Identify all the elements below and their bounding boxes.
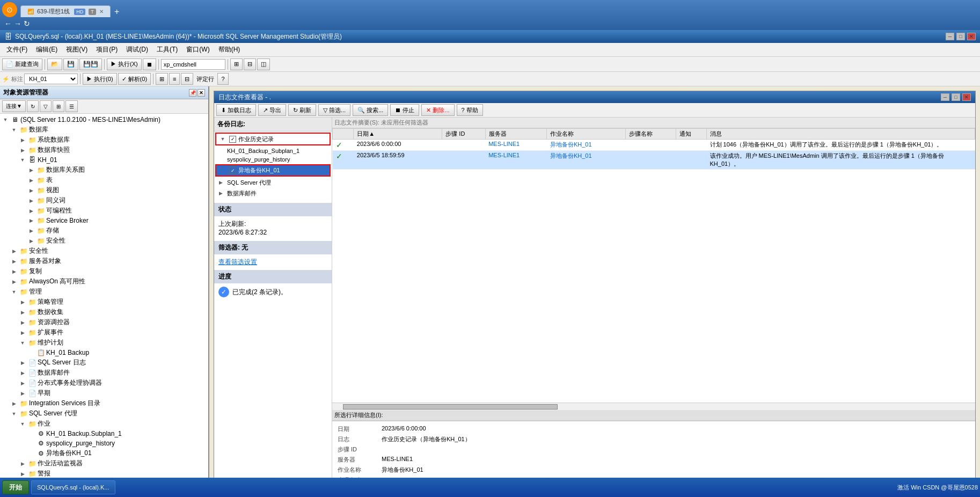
tree-job-remote-backup[interactable]: ⚙ 异地备份KH_01 (1, 448, 207, 458)
tree-programmability[interactable]: ▶ 📁 可编程性 (1, 206, 207, 216)
tree-storage[interactable]: ▶ 📁 存储 (1, 225, 207, 236)
query-input[interactable] (161, 59, 225, 70)
menu-debug[interactable]: 调试(D) (122, 44, 152, 55)
start-button[interactable]: 开始 (2, 480, 29, 494)
tree-root[interactable]: ▼ 🖥 (SQL Server 11.0.2100 - MES-LINE1\Me… (1, 115, 207, 125)
connect-btn[interactable]: 连接▼ (2, 100, 26, 112)
maximize-button[interactable]: □ (956, 33, 965, 40)
search-log-btn[interactable]: 🔍 搜索... (353, 104, 388, 116)
tree-legacy[interactable]: ▶ 📄 早期 (1, 388, 207, 398)
tree-databases[interactable]: ▼ 📁 数据库 (1, 125, 207, 135)
table-btn[interactable]: ⊞ (156, 73, 168, 85)
text-btn[interactable]: ≡ (169, 73, 180, 85)
tree-server-objects[interactable]: ▶ 📁 服务器对象 (1, 256, 207, 266)
execute-btn[interactable]: ▶ 执行(X) (107, 59, 142, 70)
menu-file[interactable]: 文件(F) (2, 44, 32, 55)
filter-log-btn[interactable]: ▽ 筛选... (318, 104, 350, 116)
sidebar-item-syspolicy[interactable]: syspolicy_purge_history (214, 155, 332, 164)
menu-view[interactable]: 视图(V) (62, 44, 92, 55)
help-log-btn[interactable]: ? 帮助 (457, 104, 483, 116)
col-message[interactable]: 消息 (707, 129, 975, 140)
tree-data-collection[interactable]: ▶ 📁 数据收集 (1, 307, 207, 317)
col-step-name[interactable]: 步骤名称 (626, 129, 676, 140)
new-query-btn[interactable]: 📄 新建查询 (2, 59, 42, 70)
menu-edit[interactable]: 编辑(E) (32, 44, 62, 55)
table-row[interactable]: ✓ 2023/6/6 0:00:00 MES-LINE1 异地备份KH_0 (333, 140, 975, 151)
h-scrollbar[interactable] (332, 403, 975, 410)
log-maximize-btn[interactable]: □ (952, 93, 960, 101)
tree-sql-log[interactable]: ▶ 📄 SQL Server 日志 (1, 357, 207, 368)
tree-service-broker[interactable]: ▶ 📁 Service Broker (1, 216, 207, 225)
job-history-checkbox[interactable]: ✓ (229, 136, 236, 143)
save-btn[interactable]: 💾 (63, 59, 78, 70)
tree-maintenance[interactable]: ▼ 📁 维护计划 (1, 338, 207, 348)
help-btn-2[interactable]: ? (217, 73, 228, 85)
save-all-btn[interactable]: 💾💾 (79, 59, 102, 70)
grid-btn[interactable]: ⊟ (181, 73, 193, 85)
col-job-name[interactable]: 作业名称 (547, 129, 626, 140)
toolbar-btn-1[interactable]: ⊞ (230, 59, 243, 70)
minimize-button[interactable]: ─ (946, 33, 954, 40)
tree-policy[interactable]: ▶ 📁 策略管理 (1, 297, 207, 307)
menu-project[interactable]: 项目(P) (92, 44, 122, 55)
nav-back[interactable]: ← (4, 19, 12, 28)
tab-close-button[interactable]: ✕ (99, 9, 104, 14)
log-minimize-btn[interactable]: ─ (941, 93, 949, 101)
new-tab-button[interactable]: + (112, 6, 122, 17)
tree-diagrams[interactable]: ▶ 📁 数据库关系图 (1, 165, 207, 175)
tree-sql-agent[interactable]: ▼ 📁 SQL Server 代理 (1, 408, 207, 419)
server-link-1[interactable]: MES-LINE1 (488, 141, 520, 147)
tree-alwayson[interactable]: ▶ 📁 AlwaysOn 高可用性 (1, 276, 207, 287)
tree-snapshots[interactable]: ▶ 📁 数据库快照 (1, 145, 207, 155)
log-close-btn[interactable]: ✕ (962, 93, 971, 101)
tree-kh01-backup[interactable]: 📋 KH_01 Backup (1, 348, 207, 357)
active-browser-tab[interactable]: 📶 639-理想1线 HD T ✕ (20, 5, 111, 17)
open-btn[interactable]: 📂 (47, 59, 62, 70)
tree-views[interactable]: ▶ 📁 视图 (1, 185, 207, 195)
tree-security[interactable]: ▶ 📁 安全性 (1, 246, 207, 256)
tree-kh01[interactable]: ▼ 🗄 KH_01 (1, 155, 207, 165)
tree-synonyms[interactable]: ▶ 📁 同义词 (1, 195, 207, 206)
menu-window[interactable]: 窗口(W) (182, 44, 214, 55)
tree-resource-governor[interactable]: ▶ 📁 资源调控器 (1, 317, 207, 327)
tree-job-activity[interactable]: ▶ 📁 作业活动监视器 (1, 458, 207, 469)
tree-tables[interactable]: ▶ 📁 表 (1, 175, 207, 185)
delete-log-btn[interactable]: ✕ 删除... (421, 104, 454, 116)
table-row[interactable]: ✓ 2023/6/5 18:59:59 MES-LINE1 异地备份KH_ (333, 151, 975, 170)
close-button[interactable]: ✕ (967, 33, 976, 40)
tree-db-mail[interactable]: ▶ 📄 数据库邮件 (1, 368, 207, 378)
sidebar-item-db-mail[interactable]: ▶ 数据库邮件 (214, 188, 332, 199)
stop-log-btn[interactable]: ⏹ 停止 (390, 104, 419, 116)
sync-btn[interactable]: ⊞ (53, 100, 64, 112)
tree-job-kh01backup[interactable]: ⚙ KH_01 Backup.Subplan_1 (1, 429, 207, 438)
taskbar-item-ssms[interactable]: SQLQuery5.sql - (local).K... (31, 480, 115, 494)
sidebar-item-job-history[interactable]: ▼ ✓ 作业历史记录 (215, 133, 331, 145)
tree-jobs[interactable]: ▼ 📁 作业 (1, 419, 207, 429)
job-name-link-1[interactable]: 异地备份KH_01 (550, 141, 592, 148)
tree-ext-events[interactable]: ▶ 📁 扩展事件 (1, 327, 207, 338)
stop-btn[interactable]: ⏹ (143, 59, 156, 70)
refresh-log-btn[interactable]: ↻ 刷新 (288, 104, 316, 116)
tree-management[interactable]: ▼ 📁 管理 (1, 287, 207, 297)
col-date[interactable]: 日期▲ (354, 129, 442, 140)
server-link-2[interactable]: MES-LINE1 (488, 152, 520, 158)
load-log-btn[interactable]: ⬇ 加载日志 (216, 104, 256, 116)
toolbar-btn-2[interactable]: ⊟ (244, 59, 256, 70)
remote-backup-checkbox[interactable]: ✓ (229, 167, 236, 174)
sidebar-item-remote-backup[interactable]: ✓ 异地备份KH_01 (215, 164, 331, 177)
export-btn[interactable]: ↗ 导出 (258, 104, 286, 116)
panel-pin-btn[interactable]: 📌 (189, 89, 196, 97)
toolbar-btn-3[interactable]: ◫ (257, 59, 270, 70)
sidebar-item-sql-agent[interactable]: ▶ SQL Server 代理 (214, 177, 332, 188)
tree-integration-services[interactable]: ▶ 📁 Integration Services 目录 (1, 398, 207, 408)
tree-security-db[interactable]: ▶ 📁 安全性 (1, 236, 207, 246)
col-notify[interactable]: 通知 (676, 129, 706, 140)
tree-distributed-tx[interactable]: ▶ 📄 分布式事务处理协调器 (1, 378, 207, 388)
tree-replication[interactable]: ▶ 📁 复制 (1, 266, 207, 276)
log-table[interactable]: 日期▲ 步骤 ID 服务器 (332, 128, 975, 403)
sidebar-item-kh01-backup[interactable]: KH_01_Backup_Subplan_1 (214, 147, 332, 155)
parse-btn[interactable]: ✓ 解析(0) (118, 73, 151, 85)
tree-sys-dbs[interactable]: ▶ 📁 系统数据库 (1, 135, 207, 145)
nav-refresh[interactable]: ↻ (24, 19, 30, 28)
col-step-id[interactable]: 步骤 ID (442, 129, 485, 140)
